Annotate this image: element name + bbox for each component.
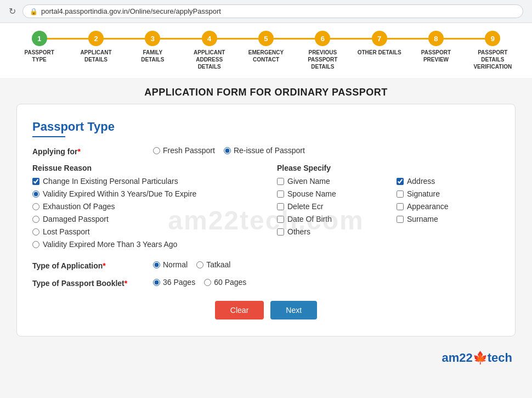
- step-circle-8: 8: [428, 31, 444, 46]
- reissue-section: Reissue Reason Change In Existing Person…: [32, 164, 500, 253]
- progress-bar: 1 PASSPORT TYPE 2 APPLICANT DETAILS 3 FA…: [0, 23, 532, 78]
- step-family-details[interactable]: 3 FAMILY DETAILS: [124, 31, 181, 63]
- tatkaal-option[interactable]: Tatkaal: [196, 260, 230, 269]
- reissue-reason-6: Validity Expired More Than 3 Years Ago: [32, 240, 255, 249]
- specify-checkbox-given-name[interactable]: [277, 178, 284, 185]
- reissue-radio-4[interactable]: [32, 216, 39, 223]
- section-title: Passport Type: [32, 120, 500, 134]
- reissue-reason-1: Change In Existing Personal Particulars: [32, 177, 255, 186]
- step-circle-1: 1: [32, 31, 47, 46]
- specify-checkbox-date-of-birth[interactable]: [277, 216, 284, 223]
- step-passport-preview[interactable]: 8 PASSPORT PREVIEW: [408, 31, 464, 63]
- section-divider: [32, 136, 65, 137]
- reissue-radio-2[interactable]: [32, 190, 39, 198]
- normal-option[interactable]: Normal: [153, 260, 188, 269]
- reissue-reason-5: Lost Passport: [32, 227, 255, 236]
- reissue-reason-3: Exhaustion Of Pages: [32, 202, 255, 211]
- fresh-passport-radio[interactable]: [153, 147, 160, 154]
- fresh-passport-label: Fresh Passport: [163, 146, 215, 155]
- specify-label-signature: Signature: [407, 189, 440, 198]
- next-button[interactable]: Next: [270, 301, 317, 319]
- type-of-booklet-label: Type of Passport Booklet*: [32, 278, 153, 288]
- step-verification[interactable]: 9 PASSPORT DETAILS VERIFICATION: [465, 31, 521, 70]
- pages-36-radio[interactable]: [153, 279, 160, 286]
- specify-checkbox-signature[interactable]: [397, 190, 404, 198]
- please-specify-section: Please Specify Given Name Spouse Name: [277, 164, 500, 253]
- specify-given-name: Given Name: [277, 177, 380, 186]
- step-other-details[interactable]: 7 OTHER DETAILS: [351, 31, 408, 56]
- specify-appearance: Appearance: [397, 202, 500, 211]
- specify-checkbox-surname[interactable]: [397, 216, 404, 223]
- step-address-details[interactable]: 4 APPLICANT ADDRESS DETAILS: [181, 31, 237, 70]
- step-label-8: PASSPORT PREVIEW: [414, 49, 458, 63]
- specify-label-others: Others: [287, 227, 310, 236]
- specify-others: Others: [277, 227, 380, 236]
- fresh-passport-option[interactable]: Fresh Passport: [153, 146, 215, 155]
- normal-radio[interactable]: [153, 261, 160, 268]
- page-container: 1 PASSPORT TYPE 2 APPLICANT DETAILS 3 FA…: [0, 23, 532, 396]
- step-circle-6: 6: [315, 31, 330, 46]
- type-of-application-controls: Normal Tatkaal: [153, 260, 230, 269]
- normal-label: Normal: [163, 260, 188, 269]
- page-title-section: APPLICATION FORM FOR ORDINARY PASSPORT: [0, 78, 532, 104]
- type-of-booklet-row: Type of Passport Booklet* 36 Pages 60 Pa…: [32, 278, 500, 288]
- reissue-radio-3[interactable]: [32, 203, 39, 210]
- step-passport-type[interactable]: 1 PASSPORT TYPE: [11, 31, 67, 63]
- step-label-4: APPLICANT ADDRESS DETAILS: [188, 49, 231, 70]
- branding: am22🍁tech: [0, 347, 532, 371]
- reissue-checkbox-1[interactable]: [32, 178, 39, 185]
- step-label-9: PASSPORT DETAILS VERIFICATION: [471, 49, 514, 70]
- pages-36-option[interactable]: 36 Pages: [153, 278, 195, 287]
- lock-icon: 🔒: [30, 8, 38, 15]
- specify-surname: Surname: [397, 215, 500, 223]
- specify-checkbox-delete-ecr[interactable]: [277, 203, 284, 210]
- specify-col-1: Given Name Spouse Name Delete Ecr D: [277, 177, 380, 240]
- specify-checkbox-row: Given Name Spouse Name Delete Ecr D: [277, 177, 500, 240]
- specify-checkbox-address[interactable]: [397, 178, 404, 185]
- pages-60-option[interactable]: 60 Pages: [204, 278, 246, 287]
- step-label-2: APPLICANT DETAILS: [74, 49, 118, 63]
- specify-date-of-birth: Date Of Birth: [277, 215, 380, 223]
- step-applicant-details[interactable]: 2 APPLICANT DETAILS: [67, 31, 124, 63]
- pages-60-radio[interactable]: [204, 279, 211, 286]
- step-circle-4: 4: [202, 31, 217, 46]
- pages-60-label: 60 Pages: [214, 278, 246, 287]
- reissue-passport-radio[interactable]: [224, 147, 231, 154]
- clear-button[interactable]: Clear: [215, 301, 264, 319]
- specify-label-address: Address: [407, 177, 435, 186]
- reissue-label-2: Validity Expired Within 3 Years/Due To E…: [43, 189, 196, 198]
- specify-label-given-name: Given Name: [287, 177, 330, 186]
- step-emergency-contact[interactable]: 5 EMERGENCY CONTACT: [237, 31, 294, 63]
- reissue-passport-option[interactable]: Re-issue of Passport: [224, 146, 305, 155]
- reissue-reason-title: Reissue Reason: [32, 164, 255, 172]
- step-circle-9: 9: [485, 31, 500, 46]
- reissue-radio-6[interactable]: [32, 241, 39, 248]
- brand-text-2: tech: [488, 351, 512, 365]
- specify-address: Address: [397, 177, 500, 186]
- specify-label-date-of-birth: Date Of Birth: [287, 215, 332, 223]
- reissue-label-1: Change In Existing Personal Particulars: [43, 177, 178, 186]
- specify-checkbox-others[interactable]: [277, 228, 284, 236]
- address-bar[interactable]: 🔒 portal4.passportindia.gov.in/Online/se…: [22, 4, 523, 18]
- reissue-radio-5[interactable]: [32, 228, 39, 236]
- applying-for-controls: Fresh Passport Re-issue of Passport: [153, 146, 305, 155]
- button-row: Clear Next: [32, 301, 500, 319]
- tatkaal-radio[interactable]: [196, 261, 203, 268]
- step-circle-2: 2: [88, 31, 104, 46]
- specify-checkbox-appearance[interactable]: [397, 203, 404, 210]
- reissue-label-4: Damaged Passport: [43, 215, 109, 223]
- step-circle-7: 7: [372, 31, 387, 46]
- specify-checkbox-spouse-name[interactable]: [277, 190, 284, 198]
- step-circle-3: 3: [145, 31, 160, 46]
- brand-emoji: 🍁: [473, 351, 488, 365]
- refresh-icon[interactable]: ↻: [9, 6, 16, 16]
- browser-bar: ↻ 🔒 portal4.passportindia.gov.in/Online/…: [0, 0, 532, 23]
- form-card: Passport Type Applying for* Fresh Passpo…: [16, 104, 516, 337]
- step-label-5: EMERGENCY CONTACT: [244, 49, 288, 63]
- page-title: APPLICATION FORM FOR ORDINARY PASSPORT: [0, 87, 532, 98]
- type-of-application-row: Type of Application* Normal Tatkaal: [32, 260, 500, 270]
- step-label-7: OTHER DETAILS: [358, 49, 401, 56]
- step-previous-passport[interactable]: 6 PREVIOUS PASSPORT DETAILS: [295, 31, 351, 70]
- step-label-1: PASSPORT TYPE: [18, 49, 61, 63]
- reissue-reason-section: Reissue Reason Change In Existing Person…: [32, 164, 255, 253]
